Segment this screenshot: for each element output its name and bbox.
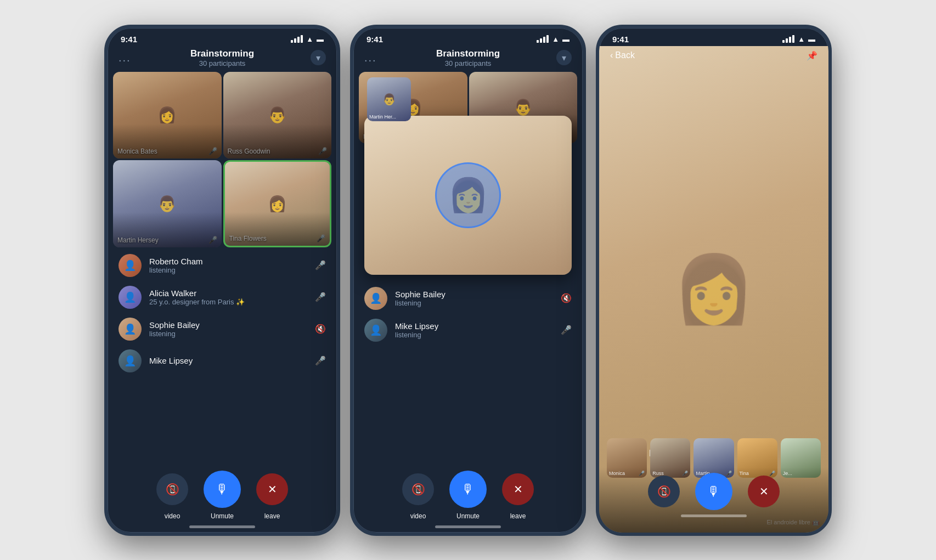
video-cell-tina[interactable]: 👩 Tina Flowers 🎤: [223, 160, 332, 247]
participant-name-russ: Russ Goodwin: [228, 148, 270, 155]
participant-mic-sophie: 🔇: [315, 324, 326, 334]
ctrl-row-3: 📵 🎙 ✕: [648, 467, 780, 512]
participant-name-sophie: Sophie Bailey: [149, 320, 307, 330]
p-name-martin-2: Martin Her...: [369, 114, 396, 120]
participant-name-tina: Tina Flowers: [229, 235, 267, 242]
avatar-sophie-2: 👤: [364, 287, 387, 310]
bottom-controls-3: 📵 🎙 ✕: [599, 467, 828, 533]
chevron-1[interactable]: ▾: [311, 50, 326, 65]
participant-list-1: 👤 Roberto Cham listening 🎤 👤 Alicia Walk…: [108, 247, 337, 464]
video-off-icon-2: 📵: [411, 483, 425, 496]
video-label-1: video: [156, 512, 188, 520]
chevron-down-icon: ▾: [316, 53, 320, 63]
chevron-2[interactable]: ▾: [556, 50, 572, 65]
participant-info-mike-2: Mike Lipsey listening: [395, 321, 553, 339]
mute-button-3[interactable]: 🎙: [695, 473, 732, 510]
leave-button-2[interactable]: ✕: [502, 473, 534, 505]
list-item-alicia[interactable]: 👤 Alicia Walker 25 y.o. designer from Pa…: [108, 281, 337, 313]
fullscreen-header: ‹ Back 📌: [599, 46, 828, 65]
avatar-mike: 👤: [119, 349, 142, 372]
participant-info-alicia: Alicia Walker 25 y.o. designer from Pari…: [149, 289, 307, 306]
participant-info-roberto: Roberto Cham listening: [149, 257, 307, 274]
fullscreen-video: ‹ Back 📌 👩 🎤 Tina Flowers Monica 🎤 Russ: [599, 46, 828, 533]
participant-name-roberto: Roberto Cham: [149, 257, 307, 266]
participant-info-sophie-2: Sophie Bailey listening: [395, 290, 553, 307]
participant-name-alicia: Alicia Walker: [149, 289, 307, 298]
mic-icon-russ: 🎤: [318, 147, 327, 155]
signal-icon-2: [537, 35, 549, 43]
phone-1: 9:41 ▲ ▬ ... Brainstorming 30 participan…: [104, 25, 340, 536]
leave-button-3[interactable]: ✕: [748, 476, 780, 507]
avatar-roberto: 👤: [119, 254, 142, 277]
bottom-controls-1: 📵 🎙 ✕: [108, 464, 337, 512]
participant-list-2: 👤 Sophie Bailey listening 🔇 👤 Mike Lipse…: [353, 280, 583, 348]
participant-status-sophie: listening: [149, 330, 307, 338]
bottom-controls-2: 📵 🎙 ✕: [353, 464, 583, 512]
mic-mute-icon-2: 🎙: [461, 482, 475, 497]
participant-status-roberto: listening: [149, 266, 307, 274]
back-chevron-icon: ‹: [610, 50, 613, 60]
video-button-2[interactable]: 📵: [402, 473, 434, 505]
mic-icon-tina: 🎤: [317, 234, 325, 242]
list-item-roberto[interactable]: 👤 Roberto Cham listening 🎤: [108, 250, 337, 281]
leave-button-1[interactable]: ✕: [256, 473, 288, 505]
mic-icon-martin: 🎤: [208, 236, 217, 244]
participant-status-sophie-2: listening: [395, 299, 553, 307]
chevron-down-icon-2: ▾: [562, 53, 566, 63]
participant-mic-mike-2: 🎤: [561, 325, 572, 335]
leave-label-1: leave: [256, 512, 288, 520]
video-off-icon: 📵: [166, 483, 179, 496]
list-item-sophie-2[interactable]: 👤 Sophie Bailey listening 🔇: [353, 282, 583, 314]
battery-icon-2: ▬: [562, 35, 570, 43]
title-block-1: Brainstorming 30 participants: [190, 48, 254, 67]
home-indicator-2: [435, 525, 501, 528]
leave-label-2: leave: [502, 512, 534, 520]
ctrl-labels-1: video Unmute leave: [108, 512, 337, 523]
back-button[interactable]: ‹ Back: [610, 50, 635, 60]
wifi-icon-3: ▲: [798, 35, 805, 43]
leave-icon: ✕: [268, 483, 277, 496]
menu-dots-1[interactable]: ...: [119, 52, 131, 64]
pin-button[interactable]: 📌: [807, 50, 817, 61]
video-button-1[interactable]: 📵: [156, 473, 188, 505]
back-label: Back: [615, 50, 635, 60]
participant-info-sophie: Sophie Bailey listening: [149, 320, 307, 338]
video-cell-monica[interactable]: 👩 Monica Bates 🎤: [113, 72, 222, 159]
pin-icon: 📌: [807, 51, 817, 60]
mute-button-1[interactable]: 🎙: [204, 471, 241, 508]
avatar-sophie: 👤: [119, 318, 142, 341]
time-3: 9:41: [612, 35, 629, 44]
wifi-icon-2: ▲: [552, 35, 559, 43]
signal-icon: [291, 35, 303, 43]
home-indicator-3: [681, 514, 747, 517]
avatar-alicia: 👤: [119, 286, 142, 309]
status-bar-1: 9:41 ▲ ▬: [108, 28, 337, 46]
home-indicator-1: [189, 525, 255, 528]
video-cell-martin-2[interactable]: 👨 Martin Her...: [367, 77, 411, 121]
participant-name-martin: Martin Hersey: [117, 236, 159, 244]
status-icons-2: ▲ ▬: [537, 35, 570, 43]
video-off-icon-3: 📵: [657, 485, 671, 498]
mute-button-2[interactable]: 🎙: [449, 471, 487, 508]
video-cell-russ[interactable]: 👨 Russ Goodwin 🎤: [223, 72, 332, 159]
menu-dots-2[interactable]: ...: [364, 52, 377, 64]
time-1: 9:41: [121, 35, 137, 44]
list-item-sophie[interactable]: 👤 Sophie Bailey listening 🔇: [108, 313, 337, 345]
video-grid-2: 👩 Monica Bat... 👨 👩 👨 Martin Her...: [359, 72, 577, 280]
leave-icon-3: ✕: [759, 485, 769, 498]
title-block-2: Brainstorming 30 participants: [436, 48, 500, 67]
list-item-mike[interactable]: 👤 Mike Lipsey 🎤: [108, 345, 337, 377]
list-item-mike-2[interactable]: 👤 Mike Lipsey listening 🎤: [353, 314, 583, 346]
phone-2: 9:41 ▲ ▬ ... Brainstorming 30 participan…: [350, 25, 586, 536]
video-button-3[interactable]: 📵: [648, 476, 680, 507]
call-header-2: ... Brainstorming 30 participants ▾: [353, 46, 583, 72]
mic-mute-icon: 🎙: [216, 482, 229, 497]
ctrl-labels-2: video Unmute leave: [353, 512, 583, 523]
wifi-icon: ▲: [306, 35, 313, 43]
avatar-mike-2: 👤: [364, 319, 387, 342]
mic-mute-icon-3: 🎙: [707, 484, 720, 499]
speaker-avatar-large: 👩: [673, 251, 755, 328]
video-cell-martin[interactable]: 👨 Martin Hersey 🎤: [113, 160, 222, 247]
video-main-tina-2[interactable]: 👩: [364, 116, 572, 275]
status-bar-2: 9:41 ▲ ▬: [353, 28, 583, 46]
